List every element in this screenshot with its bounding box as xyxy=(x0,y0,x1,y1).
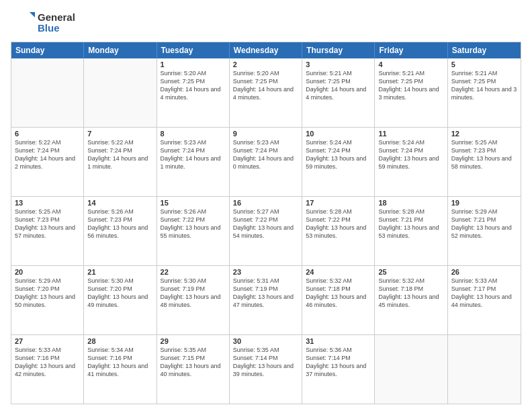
day-info: Sunrise: 5:24 AM Sunset: 7:24 PM Dayligh… xyxy=(378,138,443,171)
logo: General Blue xyxy=(11,11,75,35)
day-cell-10: 10Sunrise: 5:24 AM Sunset: 7:24 PM Dayli… xyxy=(302,128,375,196)
day-number: 13 xyxy=(15,199,80,207)
day-cell-25: 25Sunrise: 5:32 AM Sunset: 7:18 PM Dayli… xyxy=(375,266,447,334)
day-number: 22 xyxy=(161,268,226,276)
calendar-row-0: 1Sunrise: 5:20 AM Sunset: 7:25 PM Daylig… xyxy=(11,58,521,127)
day-number: 3 xyxy=(306,60,371,68)
calendar-row-1: 6Sunrise: 5:22 AM Sunset: 7:24 PM Daylig… xyxy=(11,127,521,196)
header-cell-monday: Monday xyxy=(84,42,157,58)
day-cell-19: 19Sunrise: 5:29 AM Sunset: 7:21 PM Dayli… xyxy=(448,197,521,265)
day-cell-12: 12Sunrise: 5:25 AM Sunset: 7:23 PM Dayli… xyxy=(448,128,521,196)
day-info: Sunrise: 5:22 AM Sunset: 7:24 PM Dayligh… xyxy=(15,138,80,171)
day-cell-16: 16Sunrise: 5:27 AM Sunset: 7:22 PM Dayli… xyxy=(230,197,302,265)
day-number: 15 xyxy=(161,199,226,207)
day-info: Sunrise: 5:23 AM Sunset: 7:24 PM Dayligh… xyxy=(161,138,226,171)
day-info: Sunrise: 5:31 AM Sunset: 7:19 PM Dayligh… xyxy=(233,277,298,310)
day-number: 7 xyxy=(87,130,152,138)
day-cell-20: 20Sunrise: 5:29 AM Sunset: 7:20 PM Dayli… xyxy=(11,266,84,334)
day-number: 10 xyxy=(306,130,371,138)
day-number: 23 xyxy=(233,268,298,276)
day-cell-29: 29Sunrise: 5:35 AM Sunset: 7:15 PM Dayli… xyxy=(157,335,230,404)
day-number: 21 xyxy=(87,268,152,276)
day-cell-14: 14Sunrise: 5:26 AM Sunset: 7:23 PM Dayli… xyxy=(84,197,157,265)
day-cell-21: 21Sunrise: 5:30 AM Sunset: 7:20 PM Dayli… xyxy=(84,266,157,334)
day-cell-1: 1Sunrise: 5:20 AM Sunset: 7:25 PM Daylig… xyxy=(157,58,230,127)
header-cell-friday: Friday xyxy=(375,42,447,58)
day-cell-18: 18Sunrise: 5:28 AM Sunset: 7:21 PM Dayli… xyxy=(375,197,447,265)
day-info: Sunrise: 5:21 AM Sunset: 7:25 PM Dayligh… xyxy=(378,69,443,102)
day-number: 11 xyxy=(378,130,443,138)
day-cell-30: 30Sunrise: 5:35 AM Sunset: 7:14 PM Dayli… xyxy=(230,335,302,404)
day-number: 12 xyxy=(451,130,517,138)
day-cell-9: 9Sunrise: 5:23 AM Sunset: 7:24 PM Daylig… xyxy=(230,128,302,196)
empty-cell xyxy=(11,58,84,127)
day-cell-11: 11Sunrise: 5:24 AM Sunset: 7:24 PM Dayli… xyxy=(375,128,447,196)
day-info: Sunrise: 5:24 AM Sunset: 7:24 PM Dayligh… xyxy=(306,138,371,171)
calendar-row-3: 20Sunrise: 5:29 AM Sunset: 7:20 PM Dayli… xyxy=(11,265,521,334)
day-cell-24: 24Sunrise: 5:32 AM Sunset: 7:18 PM Dayli… xyxy=(302,266,375,334)
calendar: SundayMondayTuesdayWednesdayThursdayFrid… xyxy=(11,42,521,404)
calendar-row-4: 27Sunrise: 5:33 AM Sunset: 7:16 PM Dayli… xyxy=(11,334,521,404)
day-info: Sunrise: 5:28 AM Sunset: 7:22 PM Dayligh… xyxy=(306,208,371,240)
header-cell-saturday: Saturday xyxy=(448,42,521,58)
page-header: General Blue xyxy=(11,11,521,35)
day-number: 17 xyxy=(306,199,371,207)
day-cell-7: 7Sunrise: 5:22 AM Sunset: 7:24 PM Daylig… xyxy=(84,128,157,196)
day-number: 20 xyxy=(15,268,80,276)
calendar-header-row: SundayMondayTuesdayWednesdayThursdayFrid… xyxy=(11,42,521,58)
header-cell-wednesday: Wednesday xyxy=(230,42,302,58)
day-cell-23: 23Sunrise: 5:31 AM Sunset: 7:19 PM Dayli… xyxy=(230,266,302,334)
header-cell-thursday: Thursday xyxy=(302,42,375,58)
day-info: Sunrise: 5:25 AM Sunset: 7:23 PM Dayligh… xyxy=(451,138,517,171)
day-info: Sunrise: 5:34 AM Sunset: 7:16 PM Dayligh… xyxy=(87,346,152,379)
logo-blue: Blue xyxy=(38,23,75,34)
day-cell-8: 8Sunrise: 5:23 AM Sunset: 7:24 PM Daylig… xyxy=(157,128,230,196)
day-cell-6: 6Sunrise: 5:22 AM Sunset: 7:24 PM Daylig… xyxy=(11,128,84,196)
day-info: Sunrise: 5:23 AM Sunset: 7:24 PM Dayligh… xyxy=(233,138,298,171)
day-cell-26: 26Sunrise: 5:33 AM Sunset: 7:17 PM Dayli… xyxy=(448,266,521,334)
day-number: 31 xyxy=(306,337,371,345)
day-cell-17: 17Sunrise: 5:28 AM Sunset: 7:22 PM Dayli… xyxy=(302,197,375,265)
empty-cell xyxy=(375,335,447,404)
day-number: 6 xyxy=(15,130,80,138)
day-info: Sunrise: 5:33 AM Sunset: 7:16 PM Dayligh… xyxy=(15,346,80,379)
day-number: 4 xyxy=(378,60,443,68)
day-info: Sunrise: 5:32 AM Sunset: 7:18 PM Dayligh… xyxy=(306,277,371,310)
day-cell-22: 22Sunrise: 5:30 AM Sunset: 7:19 PM Dayli… xyxy=(157,266,230,334)
logo-general: General xyxy=(38,12,75,24)
day-info: Sunrise: 5:35 AM Sunset: 7:14 PM Dayligh… xyxy=(233,346,298,379)
calendar-body: 1Sunrise: 5:20 AM Sunset: 7:25 PM Daylig… xyxy=(11,58,521,404)
day-number: 16 xyxy=(233,199,298,207)
day-info: Sunrise: 5:25 AM Sunset: 7:23 PM Dayligh… xyxy=(15,208,80,240)
day-info: Sunrise: 5:32 AM Sunset: 7:18 PM Dayligh… xyxy=(378,277,443,310)
day-cell-31: 31Sunrise: 5:36 AM Sunset: 7:14 PM Dayli… xyxy=(302,335,375,404)
day-number: 19 xyxy=(451,199,517,207)
empty-cell xyxy=(84,58,157,127)
day-info: Sunrise: 5:33 AM Sunset: 7:17 PM Dayligh… xyxy=(451,277,517,310)
day-number: 30 xyxy=(233,337,298,345)
day-info: Sunrise: 5:21 AM Sunset: 7:25 PM Dayligh… xyxy=(306,69,371,102)
day-cell-4: 4Sunrise: 5:21 AM Sunset: 7:25 PM Daylig… xyxy=(375,58,447,127)
day-info: Sunrise: 5:29 AM Sunset: 7:20 PM Dayligh… xyxy=(15,277,80,310)
day-number: 18 xyxy=(378,199,443,207)
day-info: Sunrise: 5:36 AM Sunset: 7:14 PM Dayligh… xyxy=(306,346,371,379)
day-cell-3: 3Sunrise: 5:21 AM Sunset: 7:25 PM Daylig… xyxy=(302,58,375,127)
header-cell-sunday: Sunday xyxy=(11,42,84,58)
day-number: 28 xyxy=(87,337,152,345)
day-number: 29 xyxy=(161,337,226,345)
day-info: Sunrise: 5:20 AM Sunset: 7:25 PM Dayligh… xyxy=(161,69,226,102)
day-number: 1 xyxy=(161,60,226,68)
day-number: 5 xyxy=(451,60,517,68)
day-number: 26 xyxy=(451,268,517,276)
day-number: 14 xyxy=(87,199,152,207)
day-info: Sunrise: 5:27 AM Sunset: 7:22 PM Dayligh… xyxy=(233,208,298,240)
day-cell-15: 15Sunrise: 5:26 AM Sunset: 7:22 PM Dayli… xyxy=(157,197,230,265)
logo-svg xyxy=(11,11,35,35)
day-cell-28: 28Sunrise: 5:34 AM Sunset: 7:16 PM Dayli… xyxy=(84,335,157,404)
day-number: 2 xyxy=(233,60,298,68)
day-info: Sunrise: 5:28 AM Sunset: 7:21 PM Dayligh… xyxy=(378,208,443,240)
day-info: Sunrise: 5:30 AM Sunset: 7:20 PM Dayligh… xyxy=(87,277,152,310)
logo-wordmark: General Blue xyxy=(38,12,75,34)
day-cell-2: 2Sunrise: 5:20 AM Sunset: 7:25 PM Daylig… xyxy=(230,58,302,127)
day-info: Sunrise: 5:22 AM Sunset: 7:24 PM Dayligh… xyxy=(87,138,152,171)
